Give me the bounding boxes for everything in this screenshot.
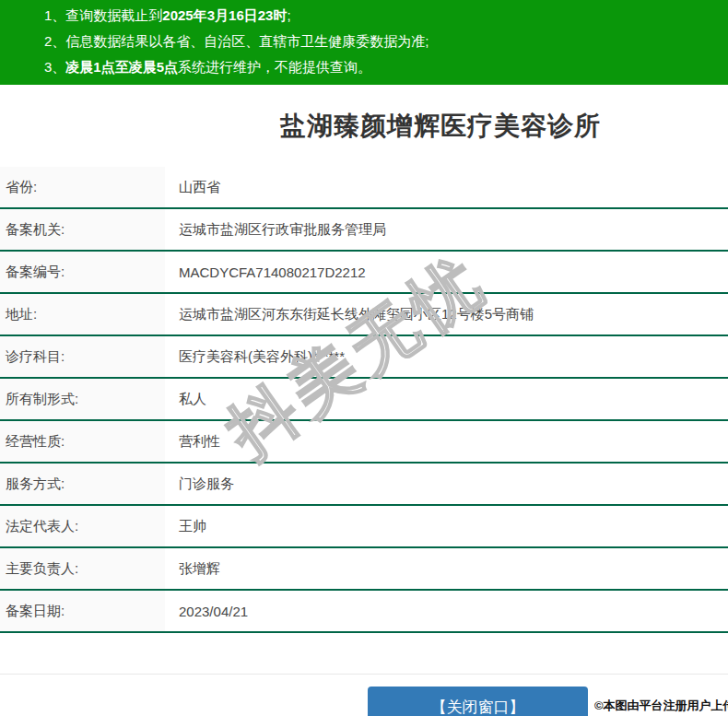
table-row: 诊疗科目: 医疗美容科(美容外科)******	[0, 336, 728, 379]
field-value: 门诊服务	[165, 464, 728, 504]
table-row: 经营性质: 营利性	[0, 421, 728, 464]
field-label: 经营性质:	[0, 421, 165, 462]
notice-text: ;	[287, 7, 290, 23]
notice-banner: 1、查询数据截止到2025年3月16日23时; 2、信息数据结果以各省、自治区、…	[0, 0, 728, 85]
notice-text: 2、信息数据结果以各省、自治区、直辖市卫生健康委数据为准;	[44, 33, 429, 49]
table-row: 省份: 山西省	[0, 167, 728, 209]
field-label: 诊疗科目:	[0, 336, 165, 377]
field-value: 私人	[165, 379, 728, 419]
field-label: 所有制形式:	[0, 379, 165, 419]
field-value: 运城市盐湖区行政审批服务管理局	[165, 209, 728, 250]
close-window-button[interactable]: 【关闭窗口】	[368, 687, 588, 716]
notice-bold-text: 凌晨1点至凌晨5点	[65, 59, 178, 75]
field-label: 服务方式:	[0, 464, 165, 504]
field-value: 张增辉	[165, 548, 728, 589]
field-value: 营利性	[165, 421, 728, 462]
field-label: 省份:	[0, 167, 165, 207]
field-value: 运城市盐湖区河东东街延长线外滩玺园小区12号楼5号商铺	[165, 294, 728, 335]
field-value: 医疗美容科(美容外科)******	[165, 336, 728, 377]
table-row: 所有制形式: 私人	[0, 379, 728, 421]
table-row: 备案日期: 2023/04/21	[0, 591, 728, 633]
table-row: 备案编号: MACDYCFA714080217D2212	[0, 252, 728, 294]
field-value: 山西省	[165, 167, 728, 207]
notice-text: 系统进行维护，不能提供查询。	[178, 59, 371, 75]
field-label: 备案编号:	[0, 252, 165, 292]
field-label: 法定代表人:	[0, 506, 165, 546]
upload-credit-watermark: ©本图由平台注册用户上传	[594, 698, 728, 714]
notice-text: 1、查询数据截止到	[44, 7, 162, 23]
footer-divider	[0, 674, 728, 675]
table-row: 主要负责人: 张增辉	[0, 548, 728, 591]
table-row: 地址: 运城市盐湖区河东东街延长线外滩玺园小区12号楼5号商铺	[0, 294, 728, 336]
notice-bold-text: 2025年3月16日23时	[162, 7, 287, 23]
notice-text: 3、	[44, 59, 65, 75]
notice-line-3: 3、凌晨1点至凌晨5点系统进行维护，不能提供查询。	[44, 54, 728, 80]
field-label: 主要负责人:	[0, 548, 165, 589]
info-table: 省份: 山西省 备案机关: 运城市盐湖区行政审批服务管理局 备案编号: MACD…	[0, 167, 728, 633]
field-label: 备案日期:	[0, 591, 165, 631]
license-query-page: 1、查询数据截止到2025年3月16日23时; 2、信息数据结果以各省、自治区、…	[0, 0, 728, 716]
table-row: 法定代表人: 王帅	[0, 506, 728, 548]
field-value: MACDYCFA714080217D2212	[165, 252, 728, 292]
table-row: 服务方式: 门诊服务	[0, 464, 728, 506]
clinic-title: 盐湖臻颜增辉医疗美容诊所	[0, 85, 728, 167]
field-value: 王帅	[165, 506, 728, 546]
field-label: 备案机关:	[0, 209, 165, 250]
field-value: 2023/04/21	[165, 591, 728, 631]
table-row: 备案机关: 运城市盐湖区行政审批服务管理局	[0, 209, 728, 252]
notice-line-2: 2、信息数据结果以各省、自治区、直辖市卫生健康委数据为准;	[44, 29, 728, 54]
field-label: 地址:	[0, 294, 165, 335]
notice-line-1: 1、查询数据截止到2025年3月16日23时;	[44, 3, 728, 29]
